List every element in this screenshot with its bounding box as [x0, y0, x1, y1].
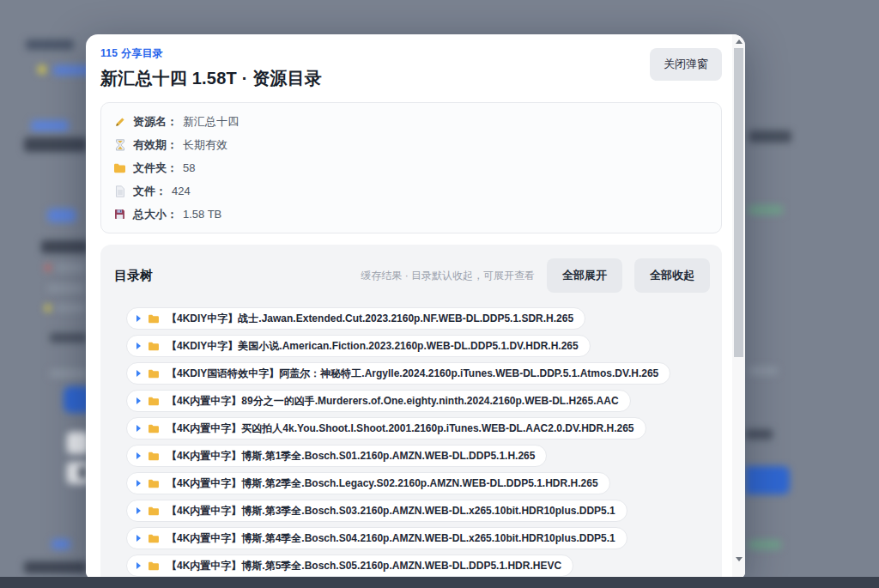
info-label: 总大小： — [133, 207, 178, 222]
hourglass-icon — [113, 139, 126, 151]
tree-node[interactable]: 【4K内置中字】89分之一的凶手.Murderers.of.One.eighty… — [126, 390, 631, 412]
modal-scrollbar[interactable] — [732, 34, 745, 578]
folder-icon — [148, 397, 160, 406]
modal-eyebrow: 115 分享目录 — [100, 46, 322, 61]
modal-content: 115 分享目录 新汇总十四 1.58T · 资源目录 关闭弹窗 资源名： 新汇… — [86, 34, 732, 578]
tree-node[interactable]: 【4K内置中字】博斯.第4季全.Bosch.S04.2160p.AMZN.WEB… — [126, 527, 627, 549]
info-value: 新汇总十四 — [183, 114, 239, 130]
tree-node[interactable]: 【4KDIY国语特效中字】阿盖尔：神秘特工.Argylle.2024.2160p… — [126, 362, 670, 385]
bg-blob — [45, 264, 52, 271]
folder-icon — [113, 162, 126, 174]
bg-blob — [47, 285, 85, 292]
chevron-right-icon — [136, 535, 141, 542]
tree-header-actions: 缓存结果 · 目录默认收起，可展开查看 全部展开 全部收起 — [361, 258, 710, 293]
bg-blob — [50, 333, 88, 342]
expand-all-button[interactable]: 全部展开 — [547, 258, 622, 293]
bg-blob — [38, 65, 46, 74]
modal-header: 115 分享目录 新汇总十四 1.58T · 资源目录 关闭弹窗 — [100, 46, 722, 90]
modal-header-text: 115 分享目录 新汇总十四 1.58T · 资源目录 — [100, 46, 322, 90]
chevron-right-icon — [136, 562, 141, 569]
tree-node[interactable]: 【4KDIY中字】战士.Jawan.Extended.Cut.2023.2160… — [126, 307, 585, 330]
bg-blob — [55, 305, 86, 312]
folder-icon — [148, 424, 160, 433]
folder-icon — [148, 534, 160, 543]
floppy-icon — [113, 209, 126, 221]
tree-node[interactable]: 【4K内置中字】博斯.第2季全.Bosch.Legacy.S02.2160p.A… — [126, 472, 610, 494]
info-row-total-size: 总大小： 1.58 TB — [113, 203, 709, 226]
collapse-all-button[interactable]: 全部收起 — [634, 258, 710, 293]
info-row-resource-name: 资源名： 新汇总十四 — [113, 110, 709, 133]
pen-icon — [113, 116, 126, 128]
modal-title: 新汇总十四 1.58T · 资源目录 — [100, 67, 322, 90]
tree-node[interactable]: 【4K内置中字】博斯.第1季全.Bosch.S01.2160p.AMZN.WEB… — [126, 445, 547, 467]
bg-blob — [41, 240, 89, 253]
info-label: 有效期： — [133, 137, 178, 153]
bg-blob — [31, 120, 69, 131]
tree-node-label: 【4K内置中字】89分之一的凶手.Murderers.of.One.eighty… — [167, 394, 619, 409]
bg-blob — [749, 205, 783, 215]
tree-node-label: 【4KDIY中字】战士.Jawan.Extended.Cut.2023.2160… — [167, 312, 573, 326]
bg-blob — [47, 209, 76, 222]
bg-blob — [745, 466, 790, 494]
bg-blob — [24, 561, 88, 573]
tree-node[interactable]: 【4K内置中字】买凶拍人4k.You.Shoot.I.Shoot.2001.21… — [126, 417, 646, 439]
tree-node-label: 【4K内置中字】博斯.第3季全.Bosch.S03.2160p.AMZN.WEB… — [167, 504, 615, 518]
info-value: 58 — [183, 161, 195, 174]
info-value: 1.58 TB — [183, 208, 221, 221]
info-value: 424 — [172, 185, 191, 197]
bg-blob — [749, 367, 778, 375]
chevron-right-icon — [136, 425, 141, 432]
tree-item-list: 【4KDIY中字】战士.Jawan.Extended.Cut.2023.2160… — [126, 307, 710, 578]
scrollbar-thumb[interactable] — [734, 48, 743, 357]
bg-blob — [749, 130, 791, 142]
tree-node-label: 【4K内置中字】博斯.第2季全.Bosch.Legacy.S02.2160p.A… — [167, 476, 598, 491]
tree-cache-hint: 缓存结果 · 目录默认收起，可展开查看 — [361, 269, 535, 283]
bg-blob — [55, 264, 86, 271]
folder-icon — [148, 342, 160, 351]
tree-node-label: 【4K内置中字】买凶拍人4k.You.Shoot.I.Shoot.2001.21… — [167, 421, 634, 436]
tree-node-label: 【4K内置中字】博斯.第5季全.Bosch.S05.2160p.AMZN.WEB… — [167, 559, 561, 573]
tree-node-label: 【4KDIY中字】美国小说.American.Fiction.2023.2160… — [167, 339, 579, 354]
info-row-file-count: 文件： 424 — [113, 179, 709, 203]
folder-icon — [148, 561, 160, 571]
page-footer-bar — [0, 577, 879, 588]
chevron-right-icon — [136, 342, 141, 349]
chevron-right-icon — [136, 370, 141, 377]
bg-blob — [45, 305, 52, 312]
tree-node[interactable]: 【4KDIY中字】美国小说.American.Fiction.2023.2160… — [126, 335, 591, 357]
tree-node[interactable]: 【4K内置中字】博斯.第3季全.Bosch.S03.2160p.AMZN.WEB… — [126, 500, 627, 522]
chevron-right-icon — [136, 315, 141, 322]
bg-blob — [749, 540, 781, 549]
tree-node-label: 【4K内置中字】博斯.第4季全.Bosch.S04.2160p.AMZN.WEB… — [167, 531, 615, 546]
bg-blob — [26, 39, 74, 50]
scrollbar-down-arrow-icon[interactable] — [736, 557, 743, 561]
close-modal-button[interactable]: 关闭弹窗 — [650, 48, 722, 81]
chevron-right-icon — [136, 507, 141, 514]
file-icon — [113, 185, 126, 197]
chevron-right-icon — [136, 397, 141, 404]
bg-blob — [50, 369, 88, 378]
tree-node[interactable]: 【4K内置中字】博斯.第5季全.Bosch.S05.2160p.AMZN.WEB… — [126, 555, 573, 577]
folder-icon — [148, 479, 160, 488]
share-directory-modal: 115 分享目录 新汇总十四 1.58T · 资源目录 关闭弹窗 资源名： 新汇… — [86, 34, 745, 578]
info-label: 文件： — [133, 184, 167, 199]
info-label: 文件夹： — [133, 161, 178, 176]
info-row-validity: 有效期： 长期有效 — [113, 133, 709, 156]
tree-title: 目录树 — [114, 268, 153, 284]
tree-node-label: 【4K内置中字】博斯.第1季全.Bosch.S01.2160p.AMZN.WEB… — [167, 449, 535, 464]
folder-icon — [148, 506, 160, 516]
directory-tree-panel: 目录树 缓存结果 · 目录默认收起，可展开查看 全部展开 全部收起 【4KDIY… — [100, 245, 722, 578]
folder-icon — [148, 452, 160, 461]
folder-icon — [148, 369, 160, 379]
bg-blob — [745, 429, 773, 439]
info-value: 长期有效 — [183, 137, 227, 153]
info-row-folder-count: 文件夹： 58 — [113, 156, 709, 179]
tree-node-label: 【4KDIY国语特效中字】阿盖尔：神秘特工.Argylle.2024.2160p… — [167, 367, 658, 381]
folder-icon — [148, 314, 160, 324]
tree-header: 目录树 缓存结果 · 目录默认收起，可展开查看 全部展开 全部收起 — [114, 258, 710, 293]
bg-blob — [24, 137, 88, 152]
chevron-right-icon — [136, 480, 141, 487]
scrollbar-up-arrow-icon[interactable] — [736, 39, 743, 44]
screen: 115 分享目录 新汇总十四 1.58T · 资源目录 关闭弹窗 资源名： 新汇… — [0, 0, 879, 588]
resource-info-card: 资源名： 新汇总十四 有效期： 长期有效 文件夹： 58 — [100, 102, 722, 233]
